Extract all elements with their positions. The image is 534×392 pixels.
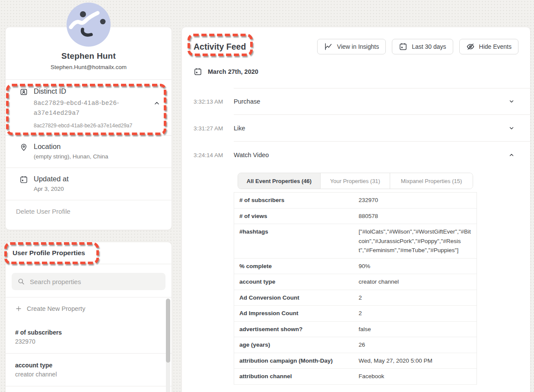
distinct-id-section: Distinct ID 8ac27829-ebcd-41a8-be26- a37… [6,80,172,135]
event-time: 3:32:13 AM [194,98,234,105]
event-row-like[interactable]: 3:31:27 AM Like [194,115,530,142]
location-label: Location [34,142,108,151]
event-property-row: # of subscribers 232970 [234,193,477,209]
event-property-row: Ad Impression Count 2 [234,306,477,322]
chevron-up-icon[interactable] [509,152,515,158]
tab-mixpanel-properties[interactable]: Mixpanel Properties (15) [390,173,473,189]
event-property-value: false [359,325,477,334]
view-in-insights-label: View in Insights [337,43,379,50]
activity-feed-card: Activity Feed View in Insights [181,27,531,392]
user-profile-properties-card: User Profile Properties [5,242,172,392]
event-property-row: % complete 90% [234,259,477,275]
event-property-name: attribution campaign (Month-Day) [234,356,359,366]
updated-at-label: Updated at [34,175,69,183]
event-time: 3:31:27 AM [194,125,234,132]
properties-panel-title: User Profile Properties [13,249,165,257]
tab-all-event-properties[interactable]: All Event Properties (46) [238,173,321,189]
profile-property-name: # of subscribers [15,329,162,336]
distinct-id-value: 8ac27829-ebcd-41a8-be26- a37e14ed29a7 [34,98,132,118]
event-property-row: Ad Conversion Count 2 [234,290,477,306]
event-name: Like [234,125,245,132]
event-property-row: attribution campaign (Month-Day) Wed, Ma… [234,353,477,369]
user-email: Stephen.Hunt@hotmailx.com [13,64,165,70]
event-property-name: attribution channel [234,372,359,381]
user-profile-page: Stephen Hunt Stephen.Hunt@hotmailx.com D… [0,0,534,392]
event-row-purchase[interactable]: 3:32:13 AM Purchase [194,88,530,115]
hide-events-button[interactable]: Hide Events [459,39,518,54]
user-avatar [66,2,111,47]
activity-feed-title: Activity Feed [194,42,246,52]
event-property-row: # of views 880578 [234,209,477,224]
feed-actions: View in Insights Last 30 days [317,39,518,54]
event-property-value: 90% [359,262,477,271]
calendar-icon [194,67,202,76]
profile-property-item: account type creator channel [6,353,172,386]
chevron-up-icon[interactable] [153,100,160,107]
chevron-down-icon[interactable] [509,98,515,104]
profile-card: Stephen Hunt Stephen.Hunt@hotmailx.com D… [5,27,172,230]
properties-items: # of subscribers 232970 account type cre… [6,317,172,386]
event-property-value: 2 [359,293,477,303]
location-section: Location (empty string), Hunan, China [6,136,172,168]
event-property-name: age (years) [234,340,359,350]
profile-property-value: 232970 [15,338,162,345]
plus-icon [15,305,22,312]
search-properties-input[interactable] [30,278,160,285]
event-name: Watch Video [234,152,269,158]
search-properties-box[interactable] [12,273,165,290]
event-property-row: #hashtags ["#lolCats","#Wilson","#WorstG… [234,224,477,259]
feed-date-text: March 27th, 2020 [208,68,258,75]
event-property-value: 2 [359,309,477,318]
profile-property-value: creator channel [15,371,162,378]
event-detail-panel: All Event Properties (46) Your Propertie… [234,173,477,385]
chevron-down-icon[interactable] [509,125,515,131]
view-in-insights-button[interactable]: View in Insights [317,39,386,54]
event-row-watch-video[interactable]: 3:24:14 AM Watch Video [194,142,530,168]
event-property-value: Facebook [359,372,477,381]
event-property-name: #hashtags [234,227,359,255]
create-new-property-label: Create New Property [27,305,85,312]
user-name: Stephen Hunt [13,51,165,61]
hide-events-label: Hide Events [479,43,512,50]
event-property-name: % complete [234,262,359,271]
updated-at-value: Apr 3, 2020 [34,186,69,192]
date-range-label: Last 30 days [412,43,446,50]
event-property-name: advertisement shown? [234,325,359,334]
line-chart-icon [324,42,333,51]
distinct-id-label: Distinct ID [34,87,132,95]
event-properties-table: # of subscribers 232970 # of views 88057… [234,192,477,385]
tab-your-properties[interactable]: Your Properties (31) [321,173,390,189]
updated-at-section: Updated at Apr 3, 2020 [6,168,172,200]
location-value: (empty string), Hunan, China [34,153,108,160]
feed-date-header: March 27th, 2020 [194,67,518,76]
event-property-row: advertisement shown? false [234,322,477,338]
delete-user-profile-button[interactable]: Delete User Profile [6,200,172,222]
profile-property-name: account type [15,362,162,369]
event-property-name: # of subscribers [234,196,359,205]
event-property-name: account type [234,277,359,287]
event-property-value: 26 [359,340,477,350]
event-property-name: Ad Conversion Count [234,293,359,303]
calendar-icon [399,42,407,51]
event-property-row: age (years) 26 [234,337,477,353]
event-property-row: account type creator channel [234,274,477,290]
eye-off-icon [466,42,475,51]
event-name: Purchase [234,98,260,105]
event-property-row: attribution channel Facebook [234,369,477,385]
event-property-name: # of views [234,212,359,221]
map-pin-icon [19,143,28,152]
event-properties-tabs: All Event Properties (46) Your Propertie… [238,173,473,189]
scrollbar-thumb[interactable] [166,299,170,363]
event-property-name: Ad Impression Count [234,309,359,318]
calendar-icon [19,175,28,184]
date-range-button[interactable]: Last 30 days [392,39,453,54]
event-property-value: ["#lolCats","#Wilson","#WorstGiftEver","… [359,227,477,255]
create-new-property-button[interactable]: Create New Property [6,297,172,317]
scrollbar-track[interactable] [166,298,170,392]
search-icon [17,278,25,285]
smiley-avatar-icon [66,2,111,47]
person-id-card-icon [19,88,28,96]
event-property-value: 880578 [359,212,477,221]
event-time: 3:24:14 AM [194,152,234,158]
profile-property-item: # of subscribers 232970 [6,317,172,353]
